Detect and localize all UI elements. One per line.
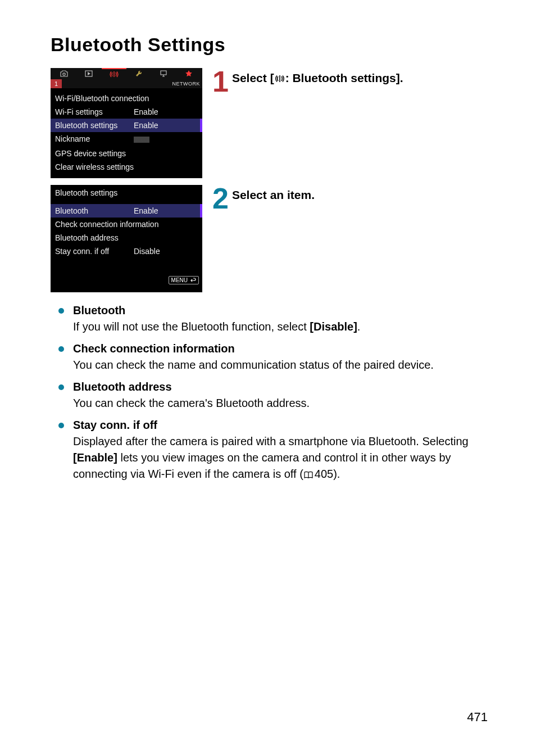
menu-return-row: MENU [51,274,202,288]
tab-play-icon [76,68,101,79]
menu-value: xxxx [134,133,198,146]
tab-star-icon [176,68,201,79]
wireless-icon [275,71,285,87]
bullet-body: If you will not use the Bluetooth functi… [73,319,491,335]
svg-point-0 [63,73,65,75]
menu-row-wifi: Wi-Fi settings Enable [51,105,202,119]
menu-label: Bluetooth [55,205,134,216]
subtab-label: NETWORK [62,79,202,88]
page-reference-icon [303,467,314,483]
menu-row-bluetooth-settings: Bluetooth settings Enable [51,119,202,132]
camera-subtabs: 1 NETWORK [51,79,202,88]
camera-screen-1: 1 NETWORK Wi-Fi/Bluetooth connection Wi-… [51,68,202,178]
menu-label: Check connection information [55,219,158,230]
menu-label: Wi-Fi/Bluetooth connection [55,93,149,104]
menu-row-stay-conn: Stay conn. if off Disable [51,245,202,258]
bullet-body: You can check the camera's Bluetooth add… [73,395,491,411]
return-icon [189,278,196,283]
text: Displayed after the camera is paired wit… [73,435,469,447]
camera-top-tabs [51,68,202,79]
step-1-text: Select [: Bluetooth settings]. [232,69,403,87]
bullet-heading: Check connection information [73,341,491,357]
menu-row-bt-address: Bluetooth address [51,231,202,245]
tab-wrench-icon [126,68,151,79]
tab-display-icon [151,68,176,79]
svg-rect-2 [161,71,166,75]
bullet-body: You can check the name and communication… [73,357,491,373]
tab-camera-icon [52,68,76,79]
step-number-2: 2 [212,186,229,211]
step-number-1: 1 [212,69,229,94]
bullet-check-connection: Check connection information You can che… [51,341,491,373]
menu-label: Bluetooth address [55,232,119,243]
text: lets you view images on the camera and c… [73,451,451,480]
menu-row-gps: GPS device settings [51,147,202,160]
menu-label: Wi-Fi settings [55,106,134,117]
menu-row-bluetooth: Bluetooth Enable [51,204,202,218]
bullet-bluetooth: Bluetooth If you will not use the Blueto… [51,302,491,335]
step-1: 1 NETWORK Wi-Fi/Bluetooth connection Wi-… [51,68,491,178]
page-number: 471 [467,710,488,725]
step1-prefix: Select [ [232,71,274,84]
tab-wireless-icon [102,68,126,79]
menu-value: Enable [134,205,198,216]
bullet-heading: Stay conn. if off [73,417,491,433]
menu-label: Clear wireless settings [55,161,134,173]
step-2: Bluetooth settings Bluetooth Enable Chec… [51,185,491,292]
step-2-text: Select an item. [232,186,315,202]
text: . [357,320,361,333]
bold-text: [Enable] [73,451,117,464]
menu-label: GPS device settings [55,148,126,159]
menu-label: Bluetooth settings [55,120,134,131]
menu-row-nickname: Nickname xxxx [51,132,202,147]
text: If you will not use the Bluetooth functi… [73,320,310,333]
menu-label-text: MENU [171,277,188,283]
bullet-body: Displayed after the camera is paired wit… [73,433,491,483]
menu-value: Enable [134,120,198,131]
menu-return-badge: MENU [169,276,199,284]
blurred-value: xxxx [134,137,149,143]
menu-value: Disable [134,246,198,257]
step1-suffix: : Bluetooth settings]. [285,71,403,84]
bullet-heading: Bluetooth address [73,379,491,395]
page-title: Bluetooth Settings [51,34,491,56]
menu-value: Enable [134,106,198,117]
bullet-bt-address: Bluetooth address You can check the came… [51,379,491,411]
bullet-list: Bluetooth If you will not use the Blueto… [51,302,491,483]
menu-row-check-conn: Check connection information [51,218,202,231]
screen2-header: Bluetooth settings [51,185,202,200]
menu-label: Stay conn. if off [55,246,134,257]
text: 405). [315,468,340,480]
bullet-stay-conn: Stay conn. if off Displayed after the ca… [51,417,491,483]
camera-screen-2: Bluetooth settings Bluetooth Enable Chec… [51,185,202,292]
menu-row-wifibt: Wi-Fi/Bluetooth connection [51,92,202,105]
subtab-number: 1 [51,79,62,88]
menu-label: Nickname [55,133,134,146]
bold-text: [Disable] [310,320,357,333]
bullet-heading: Bluetooth [73,302,491,319]
menu-row-clear: Clear wireless settings [51,160,202,174]
